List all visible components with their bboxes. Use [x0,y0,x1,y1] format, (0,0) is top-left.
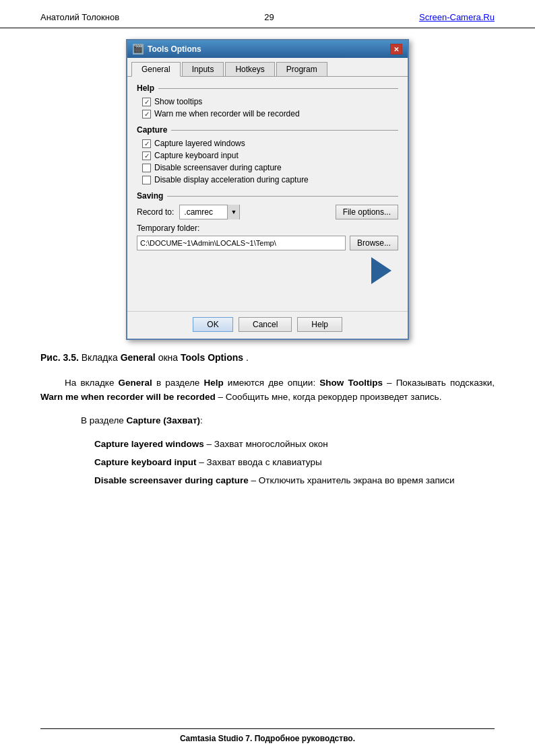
record-to-dropdown[interactable]: .camrec ▼ [179,205,240,219]
figure-caption-bold1: General [121,352,156,363]
footer-text: Camtasia Studio 7. Подробное руководство… [180,734,355,743]
body-paragraph-1: На вкладке General в разделе Help имеютс… [40,376,495,405]
cursor-arrow-icon [371,257,391,284]
page-number: 29 [264,12,274,22]
figure-caption-text2: окна [158,352,181,363]
help-section-label: Help [137,83,398,93]
browse-button[interactable]: Browse... [350,236,398,250]
checkbox-disable-screensaver-label: Disable screensaver during capture [154,163,282,172]
checkbox-disable-acceleration-box[interactable] [142,176,151,184]
tab-inputs[interactable]: Inputs [182,62,224,76]
help-button[interactable]: Help [297,317,342,332]
checkbox-capture-keyboard-label: Capture keyboard input [154,151,239,160]
cursor-area [137,250,398,304]
dialog-screenshot: 🎬 Tools Options ✕ General Inputs Hotkeys… [40,39,495,340]
saving-section-label: Saving [137,191,398,201]
checkbox-capture-layered[interactable]: ✓ Capture layered windows [137,139,398,148]
figure-caption-suffix: . [246,352,249,363]
body-paragraph-2: В разделе Capture (Захват): [40,414,495,428]
capture-section-label: Capture [137,125,398,135]
temp-folder-input[interactable] [137,236,346,250]
checkbox-capture-layered-label: Capture layered windows [154,139,245,148]
dropdown-arrow-icon[interactable]: ▼ [227,205,239,219]
dropdown-value: .camrec [180,207,227,217]
checkbox-warn-recorder[interactable]: ✓ Warn me when recorder will be recorded [137,109,398,118]
cancel-button[interactable]: Cancel [239,317,292,332]
dialog-tabs: General Inputs Hotkeys Program [127,58,408,76]
checkbox-disable-screensaver[interactable]: Disable screensaver during capture [137,163,398,172]
dialog-title-icon: 🎬 [133,44,144,55]
list-item-1: Capture layered windows – Захват многосл… [40,438,495,452]
dialog-body: Help ✓ Show tooltips ✓ Warn me when reco… [127,76,408,311]
checkbox-capture-layered-box[interactable]: ✓ [142,139,151,148]
figure-caption-text1: Вкладка [82,352,121,363]
dialog-titlebar: 🎬 Tools Options ✕ [127,40,408,58]
checkbox-show-tooltips-label: Show tooltips [154,97,202,106]
ok-button[interactable]: OK [193,317,233,332]
record-to-label: Record to: [137,207,174,217]
temp-folder-label: Temporary folder: [137,224,398,233]
record-to-row: Record to: .camrec ▼ File options... [137,205,398,219]
figure-caption-prefix: Рис. 3.5. [40,352,79,363]
tab-general[interactable]: General [131,62,181,77]
dialog-title-text: Tools Options [148,44,201,54]
checkbox-capture-keyboard[interactable]: ✓ Capture keyboard input [137,151,398,160]
checkbox-show-tooltips-box[interactable]: ✓ [142,98,151,106]
tab-hotkeys[interactable]: Hotkeys [225,62,274,76]
dialog-footer: OK Cancel Help [127,311,408,339]
saving-section: Saving Record to: .camrec ▼ File options… [137,191,398,250]
header-link[interactable]: Screen-Camera.Ru [419,12,495,22]
page-footer: Camtasia Studio 7. Подробное руководство… [40,728,495,744]
checkbox-capture-keyboard-box[interactable]: ✓ [142,151,151,160]
checkbox-disable-screensaver-box[interactable] [142,164,151,172]
tab-program[interactable]: Program [276,62,327,76]
tools-options-dialog: 🎬 Tools Options ✕ General Inputs Hotkeys… [126,39,409,340]
file-options-button[interactable]: File options... [336,205,398,219]
titlebar-left: 🎬 Tools Options [133,44,201,55]
page-header: Анатолий Толокнов 29 Screen-Camera.Ru [0,0,535,28]
figure-caption-bold2: Tools Options [181,352,243,363]
header-author: Анатолий Толокнов [40,12,119,22]
list-item-3: Disable screensaver during capture – Отк… [40,474,495,488]
checkbox-disable-acceleration[interactable]: Disable display acceleration during capt… [137,175,398,184]
checkbox-warn-recorder-label: Warn me when recorder will be recorded [154,109,300,118]
page-content: 🎬 Tools Options ✕ General Inputs Hotkeys… [0,39,535,488]
list-item-2: Capture keyboard input – Захват ввода с … [40,456,495,470]
dialog-close-button[interactable]: ✕ [390,44,402,55]
temp-folder-row: Browse... [137,236,398,250]
checkbox-disable-acceleration-label: Disable display acceleration during capt… [154,175,309,184]
figure-caption: Рис. 3.5. Вкладка General окна Tools Opt… [40,352,495,363]
checkbox-warn-recorder-box[interactable]: ✓ [142,110,151,118]
checkbox-show-tooltips[interactable]: ✓ Show tooltips [137,97,398,106]
